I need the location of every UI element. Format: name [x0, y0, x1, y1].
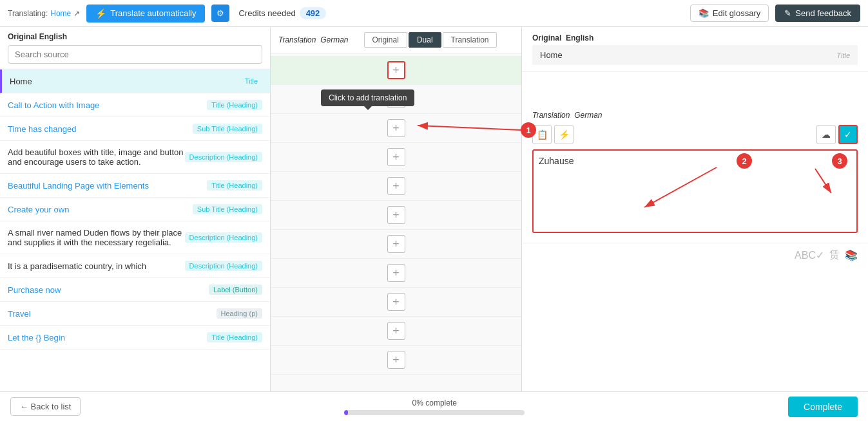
cloud-button[interactable]: ☁	[816, 125, 836, 144]
progress-bar	[344, 410, 525, 415]
auto-translate-tool-button[interactable]: ⚡	[554, 125, 574, 144]
add-translation-button[interactable]: +	[387, 206, 405, 224]
source-item[interactable]: Time has changedSub Title (Heading)	[0, 117, 270, 141]
annotation-1: 1	[521, 122, 536, 138]
left-panel: Original English HomeTitleCall to Action…	[0, 27, 271, 391]
add-translation-button[interactable]: +	[387, 293, 405, 311]
source-item[interactable]: Beautiful Landing Page with ElementsTitl…	[0, 174, 270, 198]
add-translation-button[interactable]: +	[387, 235, 405, 253]
translating-label: Translating: Home ↗	[8, 9, 80, 18]
source-list: HomeTitleCall to Action with ImageTitle …	[0, 70, 270, 391]
confirm-button[interactable]: ✓	[838, 125, 858, 144]
trans-footer: ABC✓ 赁 📚	[522, 243, 868, 267]
source-item[interactable]: HomeTitle	[0, 70, 270, 93]
source-item[interactable]: It is a paradisematic country, in whichD…	[0, 254, 270, 278]
source-item[interactable]: A small river named Duden flows by their…	[0, 221, 270, 254]
source-item[interactable]: Let the {} BeginTitle (Heading)	[0, 326, 270, 350]
edit-glossary-button[interactable]: 📚 Edit glossary	[690, 5, 769, 22]
translating-link[interactable]: Home	[50, 9, 71, 18]
trans-item: +	[271, 114, 521, 143]
toggle-dual[interactable]: Dual	[409, 32, 441, 48]
credits-section: Credits needed 492	[238, 7, 326, 19]
trans-item: +	[271, 56, 521, 85]
translate-auto-button[interactable]: ⚡ Translate automatically	[86, 5, 205, 23]
bottom-bar: ← Back to list 0% complete Complete	[0, 391, 868, 421]
pencil-icon: ✎	[784, 8, 791, 18]
middle-header: Translation German Original Dual Transla…	[271, 27, 521, 53]
middle-panel: Translation German Original Dual Transla…	[271, 27, 522, 391]
left-panel-title: Original English	[8, 32, 262, 41]
back-to-list-button[interactable]: ← Back to list	[10, 397, 81, 416]
search-input[interactable]	[8, 45, 262, 64]
add-translation-button[interactable]: +	[387, 264, 405, 282]
add-translation-button[interactable]: +	[387, 351, 405, 369]
glossary-icon: 📚	[699, 8, 709, 18]
trans-item: +	[271, 259, 521, 288]
topbar-right: 📚 Edit glossary ✎ Send feedback	[690, 5, 860, 22]
spell-check-icon[interactable]: ABC✓	[795, 249, 824, 261]
annotation-2: 2	[737, 153, 752, 169]
toggle-original[interactable]: Original	[364, 32, 407, 48]
settings-button[interactable]: ⚙	[211, 5, 229, 22]
progress-section: 0% complete	[81, 398, 788, 415]
source-item[interactable]: TravelHeading (p)	[0, 302, 270, 326]
add-translation-button[interactable]: +	[387, 61, 405, 79]
right-original-section: Original English Home Title	[522, 27, 868, 72]
bolt-icon: ⚡	[95, 8, 106, 19]
trans-item: +	[271, 143, 521, 172]
send-feedback-button[interactable]: ✎ Send feedback	[775, 5, 860, 22]
toggle-translation[interactable]: Translation	[443, 32, 497, 48]
trans-toolbar: 📋 ⚡ ☁ ✓	[532, 125, 858, 144]
original-type: Title	[836, 51, 850, 59]
add-translation-button[interactable]: +	[387, 177, 405, 195]
translate-icon[interactable]: 赁	[829, 248, 840, 262]
right-translation-section: Translation German 📋 ⚡ ☁ ✓ Zuhause	[522, 72, 868, 243]
progress-bar-fill	[344, 410, 348, 415]
trans-item: +	[271, 317, 521, 346]
annotation-3: 3	[832, 153, 847, 169]
add-translation-button[interactable]: +	[387, 322, 405, 340]
main-layout: Original English HomeTitleCall to Action…	[0, 27, 868, 391]
source-item[interactable]: Call to Action with ImageTitle (Heading)	[0, 93, 270, 117]
right-panel: Original English Home Title 3 2 Translat…	[522, 27, 868, 391]
tooltip-box: Click to add translation	[321, 89, 414, 106]
source-item[interactable]: Create your ownSub Title (Heading)	[0, 198, 270, 221]
trans-item: +	[271, 172, 521, 201]
original-value: Home	[540, 50, 563, 60]
original-value-box: Home Title	[532, 45, 858, 65]
credits-badge: 492	[300, 7, 327, 19]
source-item[interactable]: Purchase nowLabel (Button)	[0, 278, 270, 302]
trans-item: +	[271, 230, 521, 259]
progress-label: 0% complete	[412, 398, 457, 407]
view-toggle: Original Dual Translation	[364, 32, 497, 48]
trans-item: +	[271, 346, 521, 375]
add-translation-button[interactable]: +	[387, 119, 405, 137]
trans-item: +	[271, 201, 521, 230]
topbar: Translating: Home ↗ ⚡ Translate automati…	[0, 0, 868, 27]
source-item[interactable]: Add beautiful boxes with title, image an…	[0, 141, 270, 174]
glossary-tool-icon[interactable]: 📚	[845, 249, 858, 261]
translation-textarea[interactable]: Zuhause	[532, 149, 858, 233]
left-panel-header: Original English	[0, 27, 270, 70]
add-translation-button[interactable]: +	[387, 148, 405, 166]
trans-item: +	[271, 288, 521, 317]
complete-button[interactable]: Complete	[788, 397, 858, 417]
